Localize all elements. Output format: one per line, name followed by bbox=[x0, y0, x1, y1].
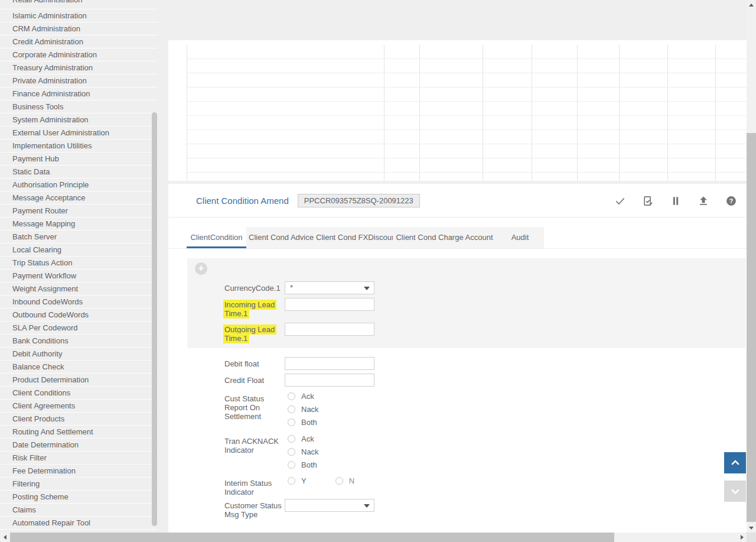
approve-check-icon[interactable] bbox=[614, 195, 626, 207]
vertical-scrollbar[interactable] bbox=[747, 0, 756, 533]
radio-icon[interactable] bbox=[288, 477, 295, 485]
debit-float-input[interactable] bbox=[285, 357, 374, 370]
sidebar-item[interactable]: Fee Determination bbox=[0, 465, 158, 478]
amend-document-icon[interactable] bbox=[642, 195, 654, 207]
radio-option-both[interactable]: Both bbox=[285, 460, 319, 469]
sidebar-item[interactable]: Payment Router bbox=[0, 205, 158, 218]
sidebar-item[interactable]: Message Mapping bbox=[0, 218, 158, 231]
sidebar-item-label: Risk Filter bbox=[12, 453, 141, 462]
radio-icon[interactable] bbox=[335, 477, 343, 485]
sidebar-item[interactable]: System Administration bbox=[0, 113, 158, 126]
tab-client-cond-advice[interactable]: Client Cond Advice bbox=[246, 227, 316, 248]
scrollbar-right-arrow[interactable] bbox=[737, 533, 747, 542]
outgoing-lead-time-input[interactable] bbox=[285, 323, 374, 336]
sidebar-item[interactable]: Local Clearing bbox=[0, 244, 158, 257]
sidebar-item[interactable]: Client Conditions bbox=[0, 387, 158, 400]
table-row[interactable] bbox=[187, 102, 747, 116]
radio-icon[interactable] bbox=[288, 405, 295, 413]
radio-option-nack[interactable]: Nack bbox=[285, 405, 319, 413]
scrollbar-down-arrow[interactable] bbox=[747, 523, 756, 533]
sidebar-item[interactable]: Trip Status Action bbox=[0, 257, 158, 270]
sidebar-scrollbar-thumb[interactable] bbox=[152, 112, 157, 526]
sidebar-item[interactable]: Balance Check bbox=[0, 361, 158, 374]
radio-option-n[interactable]: N bbox=[333, 476, 354, 485]
table-row[interactable] bbox=[187, 130, 747, 144]
field-label: CurrencyCode.1 bbox=[224, 281, 285, 293]
upload-icon[interactable] bbox=[698, 195, 709, 207]
radio-icon[interactable] bbox=[288, 448, 295, 456]
tab-audit[interactable]: Audit bbox=[496, 227, 544, 248]
sidebar-item[interactable]: SLA Per Codeword bbox=[0, 322, 158, 335]
sidebar-item[interactable]: Payment Workflow bbox=[0, 270, 158, 283]
horizontal-scrollbar[interactable] bbox=[0, 533, 747, 542]
sidebar-item-label: Credit Administration bbox=[12, 37, 141, 46]
radio-option-y[interactable]: Y bbox=[285, 476, 307, 485]
hold-pause-icon[interactable] bbox=[670, 195, 682, 207]
sidebar-item[interactable]: Posting Scheme bbox=[0, 491, 158, 504]
help-icon[interactable]: ? bbox=[725, 195, 737, 207]
customer-status-msg-type-select[interactable] bbox=[285, 499, 374, 512]
radio-icon[interactable] bbox=[288, 461, 295, 469]
table-row[interactable] bbox=[187, 144, 747, 158]
sidebar-item[interactable]: Client Agreements bbox=[0, 400, 158, 413]
vertical-scrollbar-thumb[interactable] bbox=[747, 133, 756, 522]
radio-option-ack[interactable]: Ack bbox=[285, 392, 319, 400]
sidebar-item[interactable]: Debit Authority bbox=[0, 348, 158, 361]
table-row[interactable] bbox=[187, 73, 747, 87]
sidebar-item[interactable]: Payment Hub bbox=[0, 152, 158, 165]
sidebar-item-partial[interactable]: Retail Administration bbox=[0, 0, 158, 9]
sidebar-item[interactable]: Credit Administration bbox=[0, 35, 158, 48]
sidebar-item[interactable]: Claims bbox=[0, 504, 158, 517]
credit-float-input[interactable] bbox=[285, 374, 374, 387]
sidebar-item[interactable]: Routing And Settlement bbox=[0, 426, 158, 439]
sidebar-item[interactable]: Risk Filter bbox=[0, 452, 158, 465]
table-row[interactable] bbox=[187, 45, 747, 59]
sidebar-item[interactable]: Product Determination bbox=[0, 374, 158, 387]
sidebar-item[interactable]: Weight Assignment bbox=[0, 283, 158, 296]
horizontal-scrollbar-thumb[interactable] bbox=[10, 533, 614, 542]
sidebar-item[interactable]: Client Products bbox=[0, 413, 158, 426]
radio-icon[interactable] bbox=[288, 418, 295, 426]
sidebar-item[interactable]: Implementation Utilities bbox=[0, 139, 158, 152]
sidebar-item[interactable]: Outbound CodeWords bbox=[0, 309, 158, 322]
sidebar-item[interactable]: Automated Repair Tool bbox=[0, 517, 158, 530]
tab-client-cond-charge-account[interactable]: Client Cond Charge Account bbox=[393, 227, 496, 248]
sidebar-item[interactable]: Bank Conditions bbox=[0, 335, 158, 348]
radio-icon[interactable] bbox=[288, 392, 295, 400]
sidebar-item[interactable]: Static Data bbox=[0, 165, 158, 178]
sidebar-item[interactable]: Authorisation Principle bbox=[0, 178, 158, 192]
tab-client-cond-fxdiscount[interactable]: Client Cond FXDiscount bbox=[316, 227, 393, 248]
sidebar-item[interactable]: CRM Administration bbox=[0, 22, 158, 35]
sidebar-item[interactable]: Private Administration bbox=[0, 74, 158, 87]
scroll-to-bottom-button[interactable] bbox=[724, 481, 746, 502]
table-row[interactable] bbox=[187, 87, 747, 102]
radio-option-nack[interactable]: Nack bbox=[285, 447, 319, 456]
sidebar-item[interactable]: Finance Administration bbox=[0, 87, 158, 100]
radio-option-ack[interactable]: Ack bbox=[285, 434, 319, 443]
radio-icon[interactable] bbox=[288, 435, 295, 443]
table-row[interactable] bbox=[187, 158, 747, 173]
tab-client-condition[interactable]: ClientCondition bbox=[187, 227, 246, 248]
sidebar-item[interactable]: Message Acceptance bbox=[0, 192, 158, 205]
table-cell bbox=[532, 102, 578, 115]
add-row-icon[interactable]: + bbox=[195, 262, 207, 275]
incoming-lead-time-input[interactable] bbox=[285, 298, 374, 311]
sidebar-item[interactable]: Treasury Administration bbox=[0, 61, 158, 74]
scroll-to-top-button[interactable] bbox=[724, 452, 746, 473]
sidebar-item[interactable]: External User Administration bbox=[0, 126, 158, 139]
scrollbar-up-arrow[interactable] bbox=[747, 0, 756, 9]
table-row[interactable] bbox=[187, 173, 747, 181]
sidebar-item[interactable]: Inbound CodeWords bbox=[0, 296, 158, 309]
radio-option-both[interactable]: Both bbox=[285, 418, 319, 426]
sidebar-item[interactable]: Batch Server bbox=[0, 231, 158, 244]
table-row[interactable] bbox=[187, 59, 747, 73]
sidebar-item[interactable]: Corporate Administration bbox=[0, 48, 158, 61]
sidebar-item[interactable]: Islamic Administration bbox=[0, 9, 158, 22]
scrollbar-left-arrow[interactable] bbox=[0, 533, 9, 542]
currency-code-select[interactable]: * bbox=[285, 281, 374, 294]
table-cell bbox=[578, 73, 620, 87]
sidebar-item[interactable]: Filtering bbox=[0, 478, 158, 491]
sidebar-item[interactable]: Date Determination bbox=[0, 439, 158, 452]
sidebar-item[interactable]: Business Tools bbox=[0, 100, 158, 113]
table-row[interactable] bbox=[187, 116, 747, 130]
